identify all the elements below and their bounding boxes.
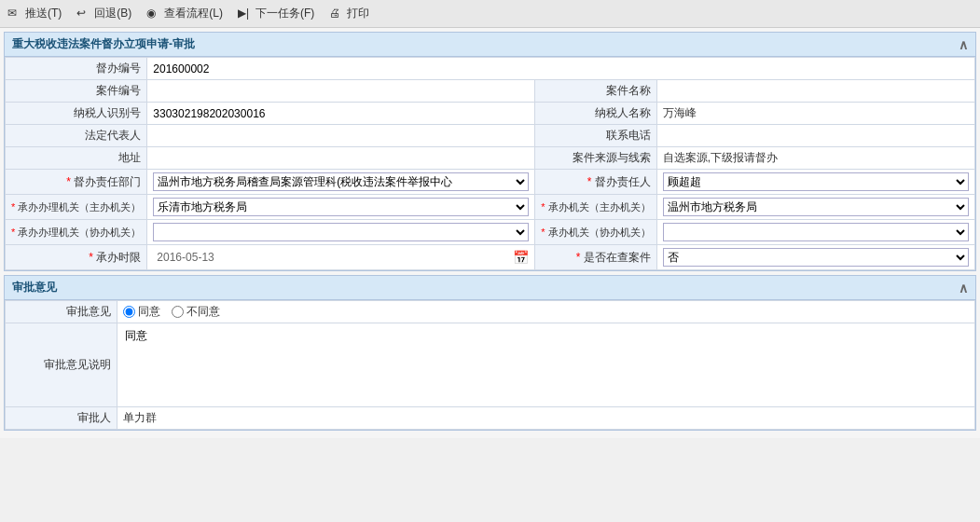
handle-org-coop-right-wrapper xyxy=(663,223,969,241)
in-investigation-label: 是否在查案件 xyxy=(535,245,656,270)
legal-rep-input[interactable] xyxy=(153,130,529,143)
view-flow-button[interactable]: ◉ 查看流程(L) xyxy=(146,6,223,21)
next-task-button[interactable]: ▶| 下一任务(F) xyxy=(238,6,314,21)
row-approval-opinion: 审批意见 同意 不同意 xyxy=(6,301,975,323)
row-deadline: 承办时限 📅 是否在查案件 否 xyxy=(6,245,975,270)
disagree-label: 不同意 xyxy=(186,304,220,320)
back-button[interactable]: ↩ 回退(B) xyxy=(76,6,131,21)
disagree-radio[interactable] xyxy=(172,306,184,318)
opinion-label: 审批意见 xyxy=(6,301,117,323)
section-approval: 审批意见 ∧ 审批意见 同意 不同意 xyxy=(4,275,976,431)
row-address: 地址 案件来源与线索 自选案源,下级报请督办 xyxy=(6,147,975,170)
duty-dept-select-wrapper: 温州市地方税务局稽查局案源管理科(税收违法案件举报中心 xyxy=(153,172,529,191)
address-value xyxy=(147,147,535,170)
handle-org-coop-select[interactable] xyxy=(153,223,529,241)
duty-person-label: 督办责任人 xyxy=(535,170,656,195)
row-case: 案件编号 案件名称 xyxy=(6,80,975,103)
taxpayer-id-value xyxy=(147,103,535,125)
taxpayer-id-input[interactable] xyxy=(153,107,529,120)
handle-org-main-right-select[interactable]: 温州市地方税务局 xyxy=(663,198,969,216)
row-banban-no: 督办编号 xyxy=(6,58,975,80)
case-source-value: 自选案源,下级报请督办 xyxy=(656,147,974,170)
handle-org-main-select[interactable]: 乐清市地方税务局 xyxy=(153,198,529,216)
contact-label: 联系电话 xyxy=(535,125,656,147)
contact-input[interactable] xyxy=(663,130,969,143)
in-investigation-wrapper: 否 xyxy=(663,248,969,267)
banban-no-input[interactable] xyxy=(153,62,969,76)
section1-header: 重大税收违法案件督办立项申请-审批 ∧ xyxy=(5,33,975,57)
handle-org-coop-label: 承办办理机关（协办机关） xyxy=(6,220,147,245)
calendar-icon[interactable]: 📅 xyxy=(513,250,529,265)
section2-title: 审批意见 xyxy=(12,280,57,295)
handle-org-coop-right-value xyxy=(656,220,974,245)
view-flow-label: 查看流程(L) xyxy=(164,6,223,21)
eye-icon: ◉ xyxy=(146,7,161,21)
print-label: 打印 xyxy=(347,6,369,21)
agree-radio[interactable] xyxy=(123,306,135,318)
next-icon: ▶| xyxy=(238,7,253,21)
duty-person-value: 顾超超 xyxy=(656,170,974,195)
handle-org-coop-right-select[interactable] xyxy=(663,223,969,241)
handle-org-main-right-label: 承办机关（主办机关） xyxy=(535,195,656,220)
agree-label: 同意 xyxy=(138,304,160,320)
handle-org-coop-value xyxy=(147,220,535,245)
handle-org-main-right-wrapper: 温州市地方税务局 xyxy=(663,198,969,216)
approver-value: 单力群 xyxy=(117,407,975,430)
banban-no-label: 督办编号 xyxy=(6,58,147,80)
case-name-value xyxy=(656,80,974,103)
duty-dept-select[interactable]: 温州市地方税务局稽查局案源管理科(税收违法案件举报中心 xyxy=(153,172,529,191)
back-label: 回退(B) xyxy=(94,6,131,21)
print-icon: 🖨 xyxy=(329,7,344,21)
taxpayer-name-label: 纳税人名称 xyxy=(535,103,656,125)
case-source-label: 案件来源与线索 xyxy=(535,147,656,170)
main-content: 重大税收违法案件督办立项申请-审批 ∧ 督办编号 案件编号 案件名称 xyxy=(0,28,980,438)
row-handle-coop: 承办办理机关（协办机关） 承办机关（协办机关） xyxy=(6,220,975,245)
deadline-input[interactable] xyxy=(153,250,509,265)
handle-org-main-value: 乐清市地方税务局 xyxy=(147,195,535,220)
approver-label: 审批人 xyxy=(6,407,117,430)
case-name-input[interactable] xyxy=(663,85,969,98)
section1-form: 督办编号 案件编号 案件名称 纳税人识别号 xyxy=(5,57,975,270)
row-taxpayer: 纳税人识别号 纳税人名称 万海峰 xyxy=(6,103,975,125)
duty-person-select[interactable]: 顾超超 xyxy=(663,172,969,191)
duty-dept-label: 督办责任部门 xyxy=(6,170,147,195)
section2-form: 审批意见 同意 不同意 审批意见说明 xyxy=(5,300,975,430)
handle-org-main-right-value: 温州市地方税务局 xyxy=(656,195,974,220)
case-no-value xyxy=(147,80,535,103)
taxpayer-name-text: 万海峰 xyxy=(663,106,697,119)
row-approver: 审批人 单力群 xyxy=(6,407,975,430)
deadline-label: 承办时限 xyxy=(6,245,147,270)
duty-dept-value: 温州市地方税务局稽查局案源管理科(税收违法案件举报中心 xyxy=(147,170,535,195)
print-button[interactable]: 🖨 打印 xyxy=(329,6,369,21)
row-legal: 法定代表人 联系电话 xyxy=(6,125,975,147)
contact-value xyxy=(656,125,974,147)
legal-rep-label: 法定代表人 xyxy=(6,125,147,147)
handle-org-coop-right-label: 承办机关（协办机关） xyxy=(535,220,656,245)
approver-text: 单力群 xyxy=(123,411,157,424)
case-no-input[interactable] xyxy=(153,85,529,98)
agree-option[interactable]: 同意 xyxy=(123,304,160,320)
disagree-option[interactable]: 不同意 xyxy=(172,304,220,320)
taxpayer-name-value: 万海峰 xyxy=(656,103,974,125)
address-input[interactable] xyxy=(153,152,529,165)
banban-no-value xyxy=(147,58,975,80)
handle-org-main-wrapper: 乐清市地方税务局 xyxy=(153,198,529,216)
case-name-label: 案件名称 xyxy=(535,80,656,103)
toolbar: ✉ 推送(T) ↩ 回退(B) ◉ 查看流程(L) ▶| 下一任务(F) 🖨 打… xyxy=(0,0,980,28)
opinion-radio-cell: 同意 不同意 xyxy=(117,301,975,323)
address-label: 地址 xyxy=(6,147,147,170)
row-handle-main: 承办办理机关（主办机关） 乐清市地方税务局 承办机关（主办机关） 温州市地方税务… xyxy=(6,195,975,220)
in-investigation-select[interactable]: 否 xyxy=(663,248,969,267)
section2-toggle[interactable]: ∧ xyxy=(959,281,968,295)
send-icon: ✉ xyxy=(7,7,22,21)
section2-header: 审批意见 ∧ xyxy=(5,276,975,300)
row-opinion-detail: 审批意见说明 同意 xyxy=(6,323,975,407)
handle-org-coop-wrapper xyxy=(153,223,529,241)
send-button[interactable]: ✉ 推送(T) xyxy=(7,6,62,21)
case-no-label: 案件编号 xyxy=(6,80,147,103)
section1-toggle[interactable]: ∧ xyxy=(959,37,968,52)
duty-person-select-wrapper: 顾超超 xyxy=(663,172,969,191)
section-application: 重大税收违法案件督办立项申请-审批 ∧ 督办编号 案件编号 案件名称 xyxy=(4,32,976,271)
opinion-detail-textarea[interactable]: 同意 xyxy=(123,326,969,401)
deadline-date-cell: 📅 xyxy=(153,250,529,265)
